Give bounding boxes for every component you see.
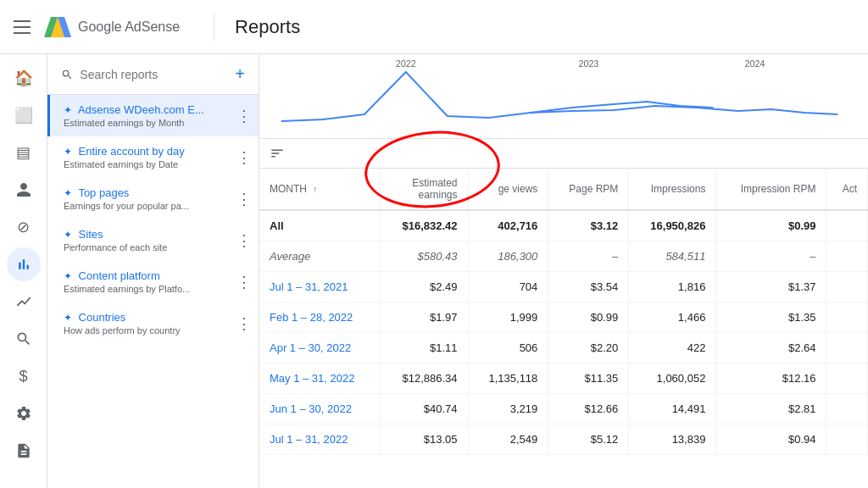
col-header-month[interactable]: MONTH ↑: [259, 169, 381, 210]
sidebar-item-content-platform[interactable]: ✦ Content platform Estimated earnings by…: [47, 261, 259, 302]
nav-person-icon[interactable]: [7, 173, 41, 207]
sort-arrow: ↑: [313, 185, 317, 194]
nav-search-icon[interactable]: [7, 322, 41, 356]
sidebar-item-entire-account[interactable]: ✦ Entire account by day Estimated earnin…: [47, 136, 259, 178]
cell-month: All: [259, 210, 381, 241]
sparkle-icon: ✦: [64, 312, 72, 324]
sparkle-icon: ✦: [64, 146, 72, 158]
cell-page_rpm: $3.12: [548, 210, 629, 241]
chart-area: 2022 2023 2024: [259, 54, 868, 139]
more-options-button[interactable]: ⋮: [236, 273, 252, 291]
cell-act: [826, 394, 868, 424]
sparkle-icon: ✦: [64, 187, 72, 199]
cell-month: Feb 1 – 28, 2022: [259, 302, 381, 333]
cell-impression_rpm: $1.37: [716, 272, 826, 302]
cell-impression_rpm: $12.16: [716, 363, 826, 394]
cell-act: [826, 333, 868, 363]
earnings-chart: 2022 2023 2024: [273, 55, 854, 131]
add-report-button[interactable]: +: [235, 64, 245, 84]
sparkle-icon: ✦: [64, 270, 72, 282]
logo-text: Google AdSense: [78, 19, 180, 35]
more-options-button[interactable]: ⋮: [236, 148, 252, 167]
cell-page_views: 186,300: [468, 241, 548, 272]
sidebar-item-subtitle: Estimated earnings by Date: [64, 159, 245, 169]
cell-impressions: 1,466: [629, 302, 716, 333]
main-body: 🏠 ⬜ ▤ ⊘ $ + ✦: [0, 54, 868, 488]
top-header: Google AdSense Reports: [0, 0, 868, 54]
table-row: Apr 1 – 30, 2022$1.11506$2.20422$2.64: [259, 333, 868, 363]
sparkle-icon: ✦: [64, 229, 72, 241]
sidebar-item-top-pages[interactable]: ✦ Top pages Earnings for your popular pa…: [47, 178, 259, 219]
report-table: MONTH ↑ Estimatedearnings ge views Page …: [259, 169, 868, 455]
cell-impressions: 1,060,052: [629, 363, 716, 394]
sidebar-item-sites[interactable]: ✦ Sites Performance of each site ⋮: [47, 219, 259, 261]
svg-text:2024: 2024: [744, 58, 765, 69]
col-header-impression-rpm[interactable]: Impression RPM: [716, 169, 826, 210]
cell-page_rpm: $12.66: [548, 394, 629, 424]
cell-impressions: 16,950,826: [629, 210, 716, 241]
sidebar-item-title: ✦ Countries: [64, 311, 245, 324]
cell-page_rpm: $5.12: [548, 424, 629, 455]
col-header-page-rpm[interactable]: Page RPM: [548, 169, 629, 210]
sidebar-item-countries[interactable]: ✦ Countries How ads perform by country ⋮: [47, 302, 259, 344]
filter-button[interactable]: [270, 146, 285, 161]
cell-impressions: 1,816: [629, 272, 716, 302]
cell-month: Jul 1 – 31, 2022: [259, 424, 381, 455]
cell-impression_rpm: $0.94: [716, 424, 826, 455]
cell-impressions: 14,491: [629, 394, 716, 424]
nav-trend-icon[interactable]: [7, 285, 41, 319]
cell-page_views: 3,219: [468, 394, 548, 424]
sidebar-item-title: ✦ Adsense WDeeh.com E...: [64, 103, 245, 116]
col-header-act[interactable]: Act: [826, 169, 868, 210]
filter-icon: [270, 146, 285, 161]
cell-estimated_earnings: $1.11: [381, 333, 468, 363]
cell-month: Jul 1 – 31, 2021: [259, 272, 381, 302]
cell-page_views: 704: [468, 272, 548, 302]
cell-estimated_earnings: $16,832.42: [381, 210, 468, 241]
page-title: Reports: [235, 16, 300, 38]
cell-act: [826, 302, 868, 333]
nav-settings-icon[interactable]: [7, 396, 41, 430]
cell-page_rpm: $11.35: [548, 363, 629, 394]
col-header-impressions[interactable]: Impressions: [629, 169, 716, 210]
more-options-button[interactable]: ⋮: [236, 107, 252, 125]
nav-block-icon[interactable]: ⊘: [7, 210, 41, 244]
cell-act: [826, 272, 868, 302]
svg-text:2023: 2023: [578, 58, 598, 69]
cell-page_views: 402,716: [468, 210, 548, 241]
sidebar-item-title: ✦ Sites: [64, 228, 245, 241]
sidebar-item-adsense-wdeeh[interactable]: ✦ Adsense WDeeh.com E... Estimated earni…: [47, 95, 259, 136]
table-row: All$16,832.42402,716$3.1216,950,826$0.99: [259, 210, 868, 241]
cell-impression_rpm: –: [716, 241, 826, 272]
nav-chart-icon[interactable]: [7, 247, 41, 281]
sparkle-icon: ✦: [64, 104, 72, 116]
nav-monitor-icon[interactable]: ▤: [7, 136, 41, 169]
more-options-button[interactable]: ⋮: [236, 314, 252, 333]
sidebar-item-subtitle: Estimated earnings by Platfo...: [64, 284, 245, 294]
more-options-button[interactable]: ⋮: [236, 231, 252, 250]
cell-estimated_earnings: $580.43: [381, 241, 468, 272]
cell-act: [826, 210, 868, 241]
nav-pages-icon[interactable]: ⬜: [7, 98, 41, 132]
report-table-wrapper: MONTH ↑ Estimatedearnings ge views Page …: [259, 169, 868, 488]
cell-month: Average: [259, 241, 381, 272]
cell-impression_rpm: $2.64: [716, 333, 826, 363]
col-header-estimated-earnings[interactable]: Estimatedearnings: [381, 169, 468, 210]
table-header-row: MONTH ↑ Estimatedearnings ge views Page …: [259, 169, 868, 210]
sidebar-search-bar: +: [47, 54, 259, 95]
cell-act: [826, 241, 868, 272]
search-reports-input[interactable]: [80, 68, 228, 81]
sidebar-item-title: ✦ Top pages: [64, 186, 245, 199]
table-row: Feb 1 – 28, 2022$1.971,999$0.991,466$1.3…: [259, 302, 868, 333]
menu-button[interactable]: [14, 20, 31, 34]
col-header-page-views[interactable]: ge views: [468, 169, 548, 210]
nav-home-icon[interactable]: 🏠: [7, 61, 41, 95]
nav-dollar-icon[interactable]: $: [7, 359, 41, 393]
nav-docs-icon[interactable]: [7, 434, 41, 468]
more-options-button[interactable]: ⋮: [236, 190, 252, 208]
cell-page_rpm: $0.99: [548, 302, 629, 333]
logo-area: Google AdSense: [44, 14, 180, 41]
cell-month: Apr 1 – 30, 2022: [259, 333, 381, 363]
svg-text:2022: 2022: [396, 58, 416, 69]
sidebar-item-subtitle: Earnings for your popular pa...: [64, 201, 245, 211]
